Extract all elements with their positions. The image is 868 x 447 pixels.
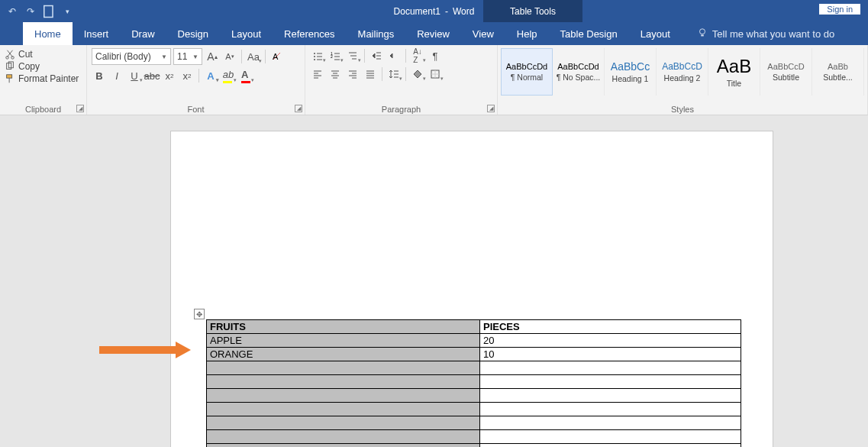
line-spacing-button[interactable] xyxy=(386,66,402,82)
tab-design[interactable]: Design xyxy=(166,22,220,45)
subscript-button[interactable]: x2 xyxy=(162,68,177,83)
tab-review[interactable]: Review xyxy=(405,22,461,45)
numbering-button[interactable]: 12 xyxy=(328,48,343,63)
bullets-button[interactable] xyxy=(310,48,325,63)
cut-button[interactable]: Cut xyxy=(5,48,82,60)
table-header-cell[interactable]: PIECES xyxy=(480,320,741,334)
table-cell[interactable] xyxy=(480,444,741,448)
table-move-handle[interactable]: ✥ xyxy=(194,309,205,319)
format-painter-button[interactable]: Format Painter xyxy=(5,73,82,85)
paragraph-dialog-launcher[interactable]: ◢ xyxy=(487,105,495,112)
font-name-combo[interactable]: Calibri (Body)▼ xyxy=(92,48,171,65)
style-heading-2[interactable]: AaBbCcDHeading 2 xyxy=(657,48,708,96)
font-size-combo[interactable]: 11▼ xyxy=(173,48,202,65)
new-doc-icon[interactable] xyxy=(41,4,56,19)
redo-icon[interactable]: ↷ xyxy=(23,4,38,19)
table-cell[interactable] xyxy=(480,416,741,430)
decrease-indent-button[interactable] xyxy=(369,48,384,63)
table-cell[interactable]: ORANGE xyxy=(207,348,480,361)
shading-button[interactable] xyxy=(410,66,425,82)
font-dialog-launcher[interactable]: ◢ xyxy=(295,105,302,112)
tab-draw[interactable]: Draw xyxy=(120,22,166,45)
chevron-down-icon: ▼ xyxy=(192,53,198,60)
table-cell[interactable] xyxy=(207,444,480,448)
highlight-color-button[interactable]: ab xyxy=(221,68,236,83)
table-header-cell[interactable]: FRUITS xyxy=(207,320,480,334)
style---no-spac---[interactable]: AaBbCcDd¶ No Spac... xyxy=(553,48,605,96)
document-canvas: ✥ FRUITSPIECESAPPLE20ORANGE10 xyxy=(0,115,868,447)
table-cell[interactable]: 20 xyxy=(480,334,741,348)
font-color-button[interactable]: A xyxy=(238,68,253,83)
multilevel-list-button[interactable] xyxy=(345,48,360,63)
table-cell[interactable] xyxy=(207,403,480,416)
grow-font-button[interactable]: A▴ xyxy=(205,49,220,64)
group-label-paragraph: Paragraph xyxy=(305,105,497,114)
table-cell[interactable] xyxy=(207,375,480,389)
table-cell[interactable] xyxy=(480,375,741,389)
tab-home[interactable]: Home xyxy=(23,22,73,45)
justify-button[interactable] xyxy=(363,66,378,82)
tab-view[interactable]: View xyxy=(461,22,505,45)
table-cell[interactable] xyxy=(480,389,741,403)
tell-me-search[interactable]: Tell me what you want to do xyxy=(697,22,834,45)
svg-point-9 xyxy=(314,56,315,57)
table-cell[interactable] xyxy=(480,361,741,375)
document-name: Document1 xyxy=(394,6,440,17)
chevron-down-icon: ▼ xyxy=(161,53,167,60)
shrink-font-button[interactable]: A▾ xyxy=(222,49,237,64)
svg-point-10 xyxy=(314,59,315,60)
tab-help[interactable]: Help xyxy=(505,22,549,45)
group-font: Calibri (Body)▼ 11▼ A▴ A▾ Aa A B I U abc… xyxy=(87,45,305,115)
tab-table-layout[interactable]: Layout xyxy=(629,22,682,45)
undo-icon[interactable]: ↶ xyxy=(5,4,20,19)
style-title[interactable]: AaBTitle xyxy=(708,48,760,96)
table-cell[interactable] xyxy=(207,361,480,375)
increase-indent-button[interactable] xyxy=(386,48,402,63)
clipboard-dialog-launcher[interactable]: ◢ xyxy=(76,105,84,112)
tab-references[interactable]: References xyxy=(273,22,346,45)
bold-button[interactable]: B xyxy=(92,68,107,83)
align-center-button[interactable] xyxy=(328,66,343,82)
tab-table-design[interactable]: Table Design xyxy=(549,22,629,45)
text-effects-button[interactable]: A xyxy=(203,68,218,83)
align-left-button[interactable] xyxy=(310,66,325,82)
table-cell[interactable] xyxy=(207,389,480,403)
show-marks-button[interactable]: ¶ xyxy=(428,48,443,63)
tab-layout[interactable]: Layout xyxy=(220,22,273,45)
lightbulb-icon xyxy=(697,28,708,40)
table-cell[interactable]: APPLE xyxy=(207,334,480,348)
table-cell[interactable]: 10 xyxy=(480,348,741,361)
qat-customize-icon[interactable]: ▾ xyxy=(60,4,75,19)
change-case-button[interactable]: Aa xyxy=(246,49,261,64)
table-cell[interactable] xyxy=(207,430,480,444)
align-right-button[interactable] xyxy=(345,66,360,82)
group-label-clipboard: Clipboard xyxy=(0,105,86,114)
table-cell[interactable] xyxy=(480,430,741,444)
style-subtitle[interactable]: AaBbCcDSubtitle xyxy=(760,48,812,96)
tab-mailings[interactable]: Mailings xyxy=(347,22,406,45)
svg-rect-0 xyxy=(44,5,53,17)
superscript-button[interactable]: x2 xyxy=(179,68,195,83)
annotation-arrow xyxy=(99,342,198,358)
italic-button[interactable]: I xyxy=(109,68,124,83)
tab-file[interactable] xyxy=(0,22,23,45)
clear-formatting-button[interactable]: A xyxy=(269,49,285,64)
borders-button[interactable] xyxy=(428,66,443,82)
underline-button[interactable]: U xyxy=(127,68,142,83)
title-bar: ↶ ↷ ▾ Document1 - Word Table Tools Sign … xyxy=(0,0,868,22)
sort-button[interactable]: A↓Z xyxy=(410,48,425,63)
table-cell[interactable] xyxy=(207,416,480,430)
style-heading-1[interactable]: AaBbCcHeading 1 xyxy=(605,48,657,96)
copy-button[interactable]: Copy xyxy=(5,60,82,73)
contextual-tab-label: Table Tools xyxy=(483,0,582,22)
sign-in-button[interactable]: Sign in xyxy=(819,4,860,15)
group-styles: Styles AaBbCcDd¶ NormalAaBbCcDd¶ No Spac… xyxy=(498,45,868,115)
document-table[interactable]: FRUITSPIECESAPPLE20ORANGE10 xyxy=(206,319,741,447)
table-cell[interactable] xyxy=(480,403,741,416)
style---normal[interactable]: AaBbCcDd¶ Normal xyxy=(501,48,553,96)
style-subtle---[interactable]: AaBbSubtle... xyxy=(812,48,864,96)
tab-insert[interactable]: Insert xyxy=(73,22,121,45)
group-clipboard: Cut Copy Format Painter Clipboard ◢ xyxy=(0,45,87,115)
strikethrough-button[interactable]: abc xyxy=(144,68,160,83)
svg-point-1 xyxy=(699,28,705,34)
